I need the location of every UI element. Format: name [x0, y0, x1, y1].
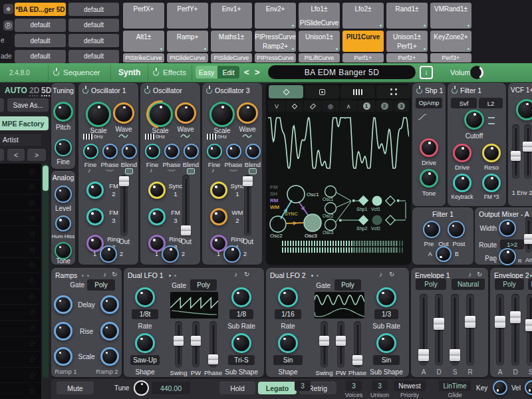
tab-grid[interactable]: [376, 85, 411, 98]
osc2-fm-knob[interactable]: [148, 208, 166, 225]
star-icon[interactable]: ☆: [28, 292, 36, 302]
star-icon[interactable]: ☆: [28, 182, 36, 192]
note-icon[interactable]: ♪: [103, 271, 106, 278]
mute-button[interactable]: Mute: [57, 382, 94, 394]
list-item[interactable]: ☆: [0, 211, 41, 227]
osc3-power-icon[interactable]: [206, 88, 212, 94]
effects-power-icon[interactable]: [153, 70, 159, 76]
env2-decay-slider[interactable]: [511, 294, 519, 366]
ramp2-rise-knob[interactable]: [100, 322, 119, 340]
mod-slot[interactable]: KeyZone2+: [430, 31, 471, 52]
slider-handle[interactable]: [352, 355, 362, 365]
osc3-phase-knob[interactable]: [226, 144, 241, 159]
slider-handle[interactable]: [525, 319, 532, 331]
sub-shape-value[interactable]: Sin: [373, 355, 400, 365]
key-knob[interactable]: [493, 380, 507, 395]
clipped-button[interactable]: [0, 149, 4, 161]
preset-slot-button[interactable]: default: [15, 34, 66, 47]
tab-keyboard[interactable]: [340, 85, 375, 98]
route-value[interactable]: 1>2: [500, 239, 524, 249]
rate-value[interactable]: 1/16: [275, 309, 301, 319]
slider-handle[interactable]: [191, 336, 201, 346]
lfo1-sub-rate-knob[interactable]: [231, 287, 251, 307]
list-item[interactable]: ☆: [0, 321, 41, 336]
lfo1-swing-slider[interactable]: [175, 321, 182, 368]
osc1-phase-knob[interactable]: [102, 144, 118, 159]
pitch-knob[interactable]: [53, 102, 73, 122]
shp-tone-knob[interactable]: [420, 169, 438, 188]
save-icon[interactable]: ↓: [420, 66, 433, 79]
post-out-knob[interactable]: [448, 221, 465, 238]
list-item[interactable]: ☆: [0, 226, 41, 242]
env2-sustain-slider[interactable]: [527, 294, 532, 366]
sub-shape-value[interactable]: Tri-S: [228, 355, 255, 365]
tab-matrix[interactable]: [305, 85, 339, 98]
osc2-wave-knob[interactable]: [175, 102, 196, 124]
shape-value[interactable]: Saw-Up: [130, 355, 160, 365]
lfo1-rate-knob[interactable]: [135, 287, 155, 307]
star-icon[interactable]: ☆: [28, 198, 36, 207]
glide-value[interactable]: LinTime: [439, 380, 471, 391]
shp-drive-knob[interactable]: [420, 138, 438, 157]
mod-slot[interactable]: Ramp+: [167, 31, 208, 52]
filter-fm-knob[interactable]: [482, 174, 501, 192]
edit-button[interactable]: Edit: [217, 66, 239, 78]
note-icon[interactable]: ♪: [379, 271, 382, 278]
link-icon[interactable]: [488, 117, 495, 124]
shape-value[interactable]: Sin: [273, 355, 303, 365]
list-item[interactable]: ☆: [0, 195, 41, 211]
note-icon[interactable]: ♪: [468, 271, 471, 278]
fine-knob[interactable]: [55, 139, 72, 156]
ramp1-rise-knob[interactable]: [54, 322, 72, 340]
mod-slot[interactable]: PerfX+: [123, 3, 164, 29]
lfo1-phase-slider[interactable]: [209, 321, 217, 368]
star-icon[interactable]: ☆: [28, 229, 36, 239]
view-v-button[interactable]: V: [268, 100, 285, 112]
auto-mode-label[interactable]: AUTO: [5, 86, 27, 95]
preset-slot-button[interactable]: default: [68, 3, 119, 16]
osc3-fine-knob[interactable]: [207, 144, 222, 159]
slider-handle[interactable]: [319, 336, 329, 346]
mod-slot[interactable]: PIPressCurve: [255, 53, 296, 63]
mod-slot[interactable]: PILiftCurve: [299, 53, 340, 63]
filter-drive-knob[interactable]: [453, 144, 471, 162]
save-as-button[interactable]: Save As...: [7, 98, 49, 112]
ramps-poly-select[interactable]: Poly: [87, 279, 115, 291]
mod-slot[interactable]: PerfY+: [167, 3, 208, 29]
preset-slot-button[interactable]: default: [15, 19, 66, 32]
ramp1-delay-knob[interactable]: [54, 295, 72, 314]
env1-release-slider[interactable]: [466, 294, 474, 366]
lfo1-pw-slider[interactable]: [192, 321, 200, 368]
star-icon[interactable]: ☆: [28, 370, 36, 380]
legato-button[interactable]: Legato: [258, 382, 297, 394]
tune-value[interactable]: 440.00: [152, 382, 190, 394]
osc2-blend-knob[interactable]: [184, 144, 199, 159]
view-diamond-button[interactable]: [286, 100, 303, 112]
view-target-button[interactable]: ◎: [322, 100, 339, 112]
list-item[interactable]: ☆: [0, 164, 41, 180]
list-item[interactable]: ☆: [0, 368, 41, 384]
slider-handle[interactable]: [524, 234, 532, 244]
list-item[interactable]: ☆: [0, 352, 41, 368]
voices-value[interactable]: 3: [346, 380, 362, 391]
env1-attack-slider[interactable]: [420, 294, 428, 366]
osc1-scale-knob[interactable]: [86, 102, 111, 127]
width-knob[interactable]: [499, 219, 516, 237]
priority-value[interactable]: Newest: [394, 380, 426, 391]
osc1-pan-knob[interactable]: [100, 245, 117, 263]
mode-5d-label[interactable]: 5D: [41, 86, 51, 95]
note-icon[interactable]: ♪: [234, 271, 237, 278]
mod-slot[interactable]: PIU1Curve: [342, 31, 384, 52]
osc2-power-icon[interactable]: [144, 88, 150, 94]
list-item[interactable]: ☆: [0, 305, 41, 321]
lfo1-poly-select[interactable]: Poly: [190, 279, 217, 291]
star-icon[interactable]: ☆: [28, 245, 36, 255]
routing-graph[interactable]: FM SH RM WM SYNC Osc1 Osc2 Osc3 Osc1 Osc…: [266, 177, 411, 239]
lfo2-poly-select[interactable]: Poly: [334, 279, 361, 291]
preset-slot-button[interactable]: default: [68, 19, 119, 32]
next-page-button[interactable]: >: [27, 149, 46, 161]
sequencer-power-icon[interactable]: [53, 70, 59, 76]
sub-rate-value[interactable]: 1/8: [229, 309, 253, 319]
hz-value[interactable]: 0Hz: [156, 134, 165, 140]
lfo2-pw-slider[interactable]: [337, 321, 344, 368]
